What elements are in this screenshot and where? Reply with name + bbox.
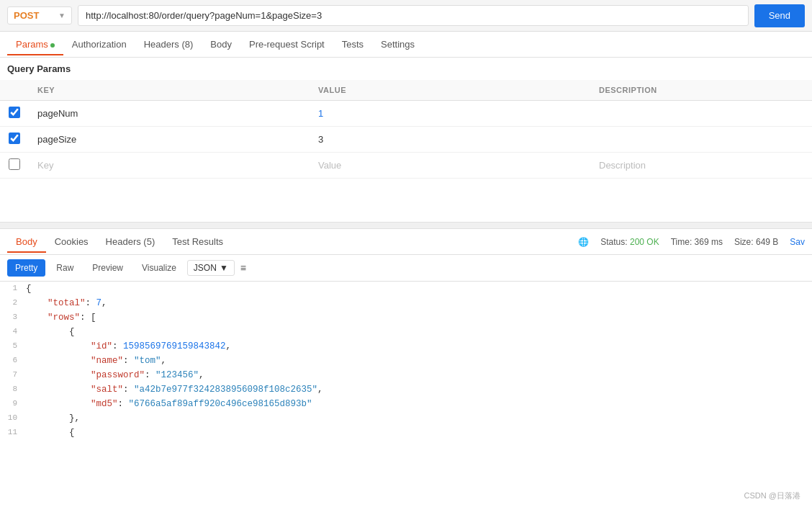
watermark: CSDN @日落港 xyxy=(744,490,800,501)
response-status-bar: 🌐 Status: 200 OK Time: 369 ms Size: 649 … xyxy=(578,237,805,247)
globe-icon: 🌐 xyxy=(578,237,589,247)
json-line: 3 "rows": [ xyxy=(0,310,812,325)
format-chevron-icon: ▼ xyxy=(220,263,228,273)
row1-key: pageNum xyxy=(29,101,310,127)
table-row-placeholder: Key Value Description xyxy=(0,153,812,179)
pretty-button[interactable]: Pretty xyxy=(7,259,45,277)
placeholder-key: Key xyxy=(29,153,310,179)
placeholder-value: Value xyxy=(310,153,590,179)
json-body: 1{2 "total": 7,3 "rows": [4 {5 "id": 159… xyxy=(0,282,812,440)
json-line: 10 }, xyxy=(0,411,812,426)
raw-button[interactable]: Raw xyxy=(48,259,81,277)
resp-tab-body[interactable]: Body xyxy=(7,230,46,253)
json-line: 5 "id": 1598569769159843842, xyxy=(0,339,812,354)
col-value-header: VALUE xyxy=(310,80,590,101)
row1-checkbox[interactable] xyxy=(9,107,20,118)
method-chevron-icon: ▼ xyxy=(58,12,66,19)
row1-value: 1 xyxy=(310,101,590,127)
json-line: 8 "salt": "a42b7e977f3242838956098f108c2… xyxy=(0,382,812,397)
save-button[interactable]: Sav xyxy=(790,237,805,247)
table-row: pageSize 3 xyxy=(0,127,812,153)
query-params-table: KEY VALUE DESCRIPTION pageNum 1 pageSize xyxy=(0,80,812,179)
row2-key: pageSize xyxy=(29,127,310,153)
resp-tab-cookies[interactable]: Cookies xyxy=(46,230,97,253)
row2-checkbox-cell xyxy=(0,127,29,153)
status-label: Status: 200 OK xyxy=(600,237,659,247)
json-line: 11 { xyxy=(0,426,812,440)
response-tabs-bar: Body Cookies Headers (5) Test Results 🌐 … xyxy=(0,229,812,255)
top-bar: POST ▼ Send xyxy=(0,0,812,32)
params-dot-icon xyxy=(50,43,55,48)
method-label: POST xyxy=(14,10,39,21)
request-tabs-bar: Params Authorization Headers (8) Body Pr… xyxy=(0,32,812,58)
tab-prerequest[interactable]: Pre-request Script xyxy=(240,33,333,55)
row2-desc xyxy=(590,127,812,153)
col-desc-header: DESCRIPTION xyxy=(590,80,812,101)
resp-tab-headers[interactable]: Headers (5) xyxy=(97,230,164,253)
send-button[interactable]: Send xyxy=(754,4,805,27)
tab-body[interactable]: Body xyxy=(202,33,240,55)
json-format-select[interactable]: JSON ▼ xyxy=(187,260,235,276)
resp-tab-test-results[interactable]: Test Results xyxy=(163,230,232,253)
placeholder-checkbox[interactable] xyxy=(9,158,20,170)
tab-params[interactable]: Params xyxy=(7,33,63,55)
method-select[interactable]: POST ▼ xyxy=(7,6,72,24)
tab-authorization[interactable]: Authorization xyxy=(63,33,135,55)
section-divider xyxy=(0,222,812,229)
json-line: 4 { xyxy=(0,325,812,339)
preview-button[interactable]: Preview xyxy=(84,259,131,277)
json-line: 9 "md5": "6766a5af89aff920c496ce98165d89… xyxy=(0,397,812,411)
table-row: pageNum 1 xyxy=(0,101,812,127)
row2-checkbox[interactable] xyxy=(9,133,20,144)
col-checkbox xyxy=(0,80,29,101)
json-line: 6 "name": "tom", xyxy=(0,354,812,368)
row2-value: 3 xyxy=(310,127,590,153)
tab-tests[interactable]: Tests xyxy=(333,33,372,55)
time-label: Time: 369 ms xyxy=(671,237,723,247)
row1-desc xyxy=(590,101,812,127)
size-value: 649 B xyxy=(756,237,778,247)
tab-settings[interactable]: Settings xyxy=(372,33,423,55)
json-line: 7 "password": "123456", xyxy=(0,368,812,382)
size-label: Size: 649 B xyxy=(734,237,778,247)
json-line: 2 "total": 7, xyxy=(0,296,812,310)
status-value: 200 OK xyxy=(630,237,659,247)
row1-checkbox-cell xyxy=(0,101,29,127)
time-value: 369 ms xyxy=(695,237,723,247)
col-key-header: KEY xyxy=(29,80,310,101)
query-params-title: Query Params xyxy=(0,58,812,80)
json-line: 1{ xyxy=(0,282,812,296)
visualize-button[interactable]: Visualize xyxy=(134,259,184,277)
placeholder-checkbox-cell xyxy=(0,153,29,179)
wrap-icon[interactable]: ≡ xyxy=(240,262,246,274)
url-input[interactable] xyxy=(78,5,749,26)
placeholder-desc: Description xyxy=(590,153,812,179)
tab-headers[interactable]: Headers (8) xyxy=(135,33,202,55)
format-bar: Pretty Raw Preview Visualize JSON ▼ ≡ xyxy=(0,255,812,282)
